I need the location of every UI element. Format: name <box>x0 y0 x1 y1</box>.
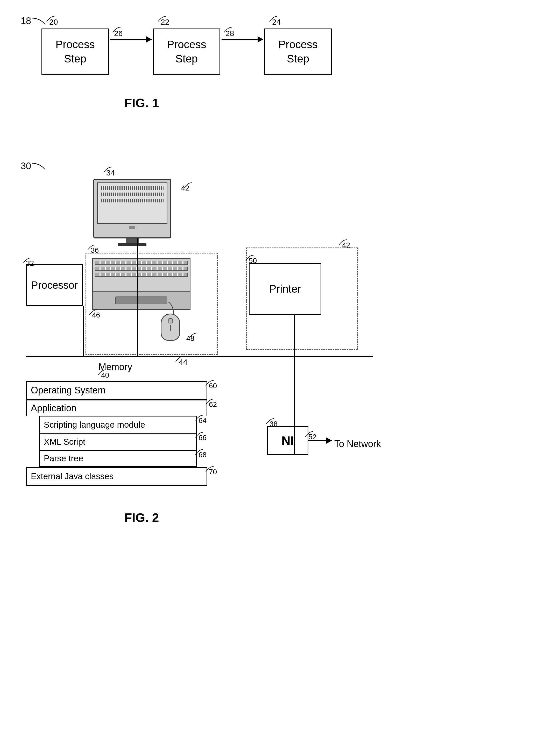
external-bracket-70 <box>203 465 216 473</box>
printer-box: Printer <box>249 263 321 315</box>
monitor-wave-2 <box>101 192 164 196</box>
fig2-arrow-30-svg <box>30 162 49 171</box>
monitor-bracket-34 <box>101 166 114 174</box>
monitor-bracket-42 <box>182 182 194 189</box>
mouse-divider <box>170 325 171 331</box>
fig1-caption: FIG. 1 <box>124 96 159 110</box>
fig1-bracket-24 <box>267 15 280 23</box>
monitor-button <box>129 226 135 229</box>
memory-os-box: Operating System <box>26 381 207 400</box>
xml-bracket-66 <box>193 431 206 439</box>
to-network-text: To Network <box>334 439 381 450</box>
scripting-bracket-64 <box>193 414 206 422</box>
arrow-26: 26 <box>110 39 152 40</box>
vert-line-printer <box>294 315 295 356</box>
keyboard-screen <box>92 258 190 292</box>
fig1-box22-wrapper: 22 ProcessStep <box>153 28 220 75</box>
fig1-bracket-26 <box>110 26 123 34</box>
process-box-20: ProcessStep <box>41 28 109 75</box>
monitor-wrapper: 34 42 <box>93 179 171 246</box>
process-box-24: ProcessStep <box>264 28 332 75</box>
monitor-outer <box>93 179 171 239</box>
processor-bracket <box>21 256 34 264</box>
monitor-base <box>118 243 146 246</box>
memory-xml-box: XML Script <box>39 433 197 450</box>
fig1-ref-18: 18 <box>21 16 31 27</box>
mouse-wrapper: 48 <box>161 314 180 341</box>
ni-box: NI <box>267 426 308 455</box>
keyboard-row-3 <box>95 273 188 277</box>
monitor-screen <box>97 183 167 224</box>
fig1-bracket-22 <box>155 15 168 23</box>
keyboard-bracket-46 <box>87 308 100 316</box>
vert-line-processor <box>83 306 84 356</box>
keyboard-spacebar <box>115 297 167 304</box>
monitor-wave-1 <box>101 186 164 190</box>
fig1-box24-wrapper: 24 ProcessStep <box>264 28 332 75</box>
bus-line-44 <box>26 356 373 357</box>
memory-scripting-box: Scripting language module <box>39 416 197 433</box>
printer-bracket-42 <box>336 239 350 246</box>
keyboard-row-2 <box>95 267 188 271</box>
ni-bracket-52 <box>303 430 316 438</box>
bus-bracket-44 <box>173 355 186 363</box>
parse-bracket-68 <box>193 448 206 456</box>
arrow-28: 28 <box>222 39 263 40</box>
ni-bracket-38 <box>264 417 277 425</box>
memory-parse-box: Parse tree <box>39 450 197 467</box>
fig2-caption: FIG. 2 <box>124 511 159 525</box>
monitor-wave-3 <box>101 199 164 202</box>
mouse-bracket-48 <box>187 332 199 340</box>
fig1-bracket-28 <box>222 26 235 34</box>
vert-line-keyboard-up <box>137 239 138 356</box>
fig2-ref-30: 30 <box>21 161 31 172</box>
mouse-scroll <box>168 318 173 323</box>
memory-app-box: Application <box>26 400 207 416</box>
monitor-stand <box>126 239 139 243</box>
mouse-body <box>161 314 180 341</box>
memory-bracket-40 <box>95 368 108 376</box>
memory-external-box: External Java classes <box>26 467 207 486</box>
ni-arrowhead <box>326 438 332 444</box>
app-bracket-62 <box>203 398 216 405</box>
printer-bracket-50 <box>243 254 256 262</box>
fig1-bracket-20 <box>44 15 57 23</box>
processor-box: Processor <box>26 264 83 306</box>
process-box-22: ProcessStep <box>153 28 220 75</box>
fig1-box20-wrapper: 20 ProcessStep <box>41 28 109 75</box>
keyboard-row-1 <box>95 261 188 265</box>
keyboard-group-bracket <box>85 243 98 251</box>
os-bracket-60 <box>203 379 216 387</box>
